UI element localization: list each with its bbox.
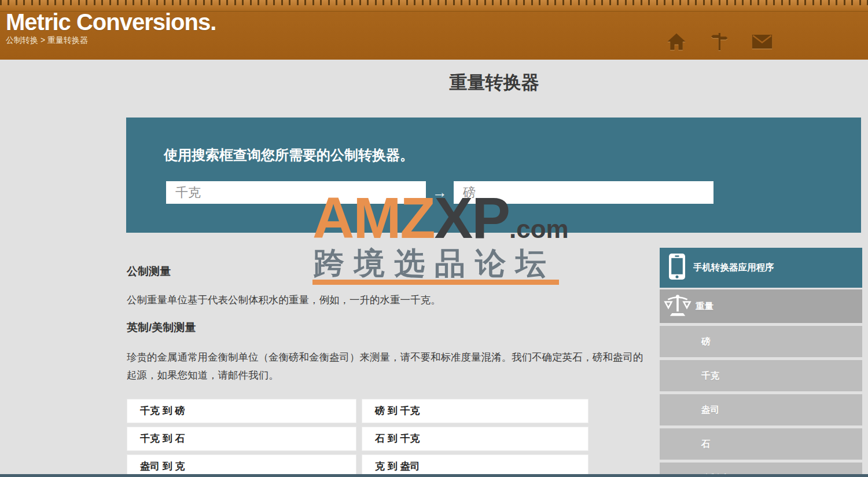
home-icon[interactable] xyxy=(665,30,687,53)
page: Metric Conversions. 公制转换 > 重量转换器 xyxy=(0,0,868,477)
watermark-tagline: 跨 境 选 品 论 坛 xyxy=(314,243,547,285)
sidebar-app-banner[interactable]: 手机转换器应用程序 xyxy=(660,248,862,288)
signpost-icon[interactable] xyxy=(708,30,730,53)
phone-icon xyxy=(669,254,685,282)
header-icon-bar xyxy=(665,30,773,53)
conversion-links-grid: 千克 到 磅 磅 到 千克 千克 到 石 石 到 千克 盎司 到 克 克 到 盎… xyxy=(127,399,589,477)
sidebar-item-stones[interactable]: 石 xyxy=(660,428,862,460)
watermark-underline xyxy=(312,280,559,285)
sidebar-item-pounds[interactable]: 磅 xyxy=(660,326,862,357)
link-lb-to-kg[interactable]: 磅 到 千克 xyxy=(362,399,589,423)
search-prompt: 使用搜索框查询您所需要的公制转换器。 xyxy=(164,146,414,164)
scale-icon xyxy=(663,292,692,320)
sidebar-item-ounces[interactable]: 盎司 xyxy=(660,394,862,425)
imperial-section-heading: 英制/美制测量 xyxy=(127,320,196,335)
page-title: 重量转换器 xyxy=(126,71,862,95)
bottom-bar xyxy=(0,474,868,477)
site-logo[interactable]: Metric Conversions. xyxy=(6,9,216,35)
search-panel: 使用搜索框查询您所需要的公制转换器。 → xyxy=(126,118,861,233)
converter-inputs-row: → xyxy=(166,181,713,204)
sidebar-category-label: 重量 xyxy=(696,300,713,313)
link-stone-to-kg[interactable]: 石 到 千克 xyxy=(362,427,589,451)
arrow-right-icon: → xyxy=(426,184,454,201)
breadcrumb[interactable]: 公制转换 > 重量转换器 xyxy=(6,35,88,46)
to-unit-input[interactable] xyxy=(454,181,713,204)
metric-section-body: 公制重量单位基于代表公制体积水的重量，例如，一升的水重一千克。 xyxy=(127,291,650,309)
header: Metric Conversions. 公制转换 > 重量转换器 xyxy=(0,0,868,60)
sidebar-category-weight[interactable]: 重量 xyxy=(660,289,862,323)
link-kg-to-stone[interactable]: 千克 到 石 xyxy=(127,427,356,451)
sidebar: 手机转换器应用程序 重量 磅 千克 xyxy=(660,248,862,477)
from-unit-input[interactable] xyxy=(166,181,426,204)
sidebar-item-kilograms[interactable]: 千克 xyxy=(660,360,862,391)
imperial-section-body: 珍贵的金属通常用金衡制单位（金衡磅和金衡盎司）来测量，请不要和标准度量混淆。我们… xyxy=(127,348,650,384)
link-kg-to-lb[interactable]: 千克 到 磅 xyxy=(127,399,356,423)
mail-icon[interactable] xyxy=(751,30,773,53)
sidebar-app-banner-label: 手机转换器应用程序 xyxy=(693,262,774,274)
metric-section-heading: 公制测量 xyxy=(127,264,171,279)
